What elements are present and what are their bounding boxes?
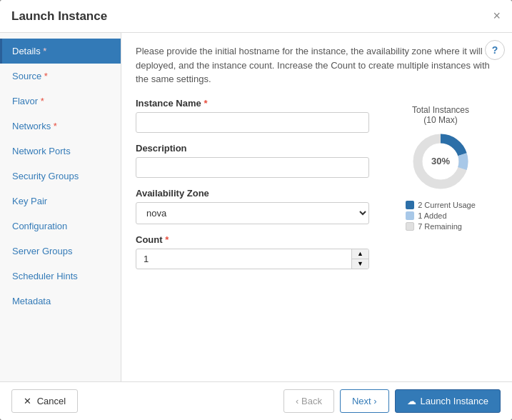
count-spinners: ▲ ▼	[351, 249, 368, 269]
count-label: Count *	[136, 234, 369, 245]
legend-dot-usage	[406, 201, 414, 209]
sidebar-label-source: Source	[12, 71, 44, 81]
availability-zone-select[interactable]: nova Any Availability Zone	[136, 202, 369, 224]
sidebar: Details * Source * Flavor * Networks * N…	[0, 33, 121, 381]
donut-svg: 30%	[408, 129, 473, 194]
sidebar-item-networks[interactable]: Networks *	[0, 114, 121, 139]
sidebar-item-details[interactable]: Details *	[0, 39, 121, 64]
sidebar-label-configuration: Configuration	[12, 221, 67, 231]
required-star-networks: *	[54, 121, 57, 131]
chart-title: Total Instances (10 Max)	[406, 105, 476, 125]
sidebar-item-server-groups[interactable]: Server Groups	[0, 239, 121, 264]
legend-item-added: 1 Added	[406, 211, 476, 220]
launch-button[interactable]: ☁ Launch Instance	[395, 389, 501, 413]
availability-zone-label: Availability Zone	[136, 188, 369, 199]
sidebar-label-security-groups: Security Groups	[12, 171, 79, 181]
description-group: Description	[136, 143, 369, 178]
form-column-left: Instance Name * Description Av	[136, 98, 369, 279]
instance-name-input[interactable]	[136, 112, 369, 133]
required-star-source: *	[44, 71, 48, 81]
legend-dot-remaining	[406, 222, 414, 231]
sidebar-item-configuration[interactable]: Configuration	[0, 214, 121, 239]
sidebar-label-network-ports: Network Ports	[12, 146, 71, 156]
sidebar-label-scheduler-hints: Scheduler Hints	[12, 271, 78, 281]
modal-title: Launch Instance	[11, 9, 107, 24]
sidebar-item-metadata[interactable]: Metadata	[0, 289, 121, 314]
required-star-count: *	[165, 234, 169, 245]
description-text: Please provide the initial hostname for …	[136, 44, 498, 86]
sidebar-item-network-ports[interactable]: Network Ports	[0, 139, 121, 164]
count-input[interactable]	[136, 249, 369, 269]
modal-body: Details * Source * Flavor * Networks * N…	[0, 33, 512, 381]
cancel-x-icon: ✕	[24, 396, 31, 406]
required-star-name: *	[204, 98, 207, 109]
svg-text:30%: 30%	[431, 156, 450, 166]
instance-name-group: Instance Name *	[136, 98, 369, 133]
sidebar-label-details: Details	[12, 46, 43, 56]
sidebar-item-source[interactable]: Source *	[0, 64, 121, 89]
sidebar-label-networks: Networks	[12, 121, 54, 131]
legend-item-usage: 2 Current Usage	[406, 201, 476, 209]
chart-legend: 2 Current Usage 1 Added 7 Remaining	[406, 201, 476, 231]
legend-label-added: 1 Added	[418, 211, 446, 220]
description-input[interactable]	[136, 157, 369, 178]
sidebar-label-metadata: Metadata	[12, 296, 51, 306]
count-decrement-button[interactable]: ▼	[351, 259, 368, 269]
footer-right: ‹ Back Next › ☁ Launch Instance	[283, 389, 501, 413]
count-increment-button[interactable]: ▲	[351, 249, 368, 259]
modal-overlay: Launch Instance × Details * Source * Fla…	[0, 0, 512, 420]
modal-footer: ✕ Cancel ‹ Back Next › ☁ Launch Instance	[0, 381, 512, 420]
back-button[interactable]: ‹ Back	[283, 389, 334, 413]
cancel-button[interactable]: ✕ Cancel	[11, 389, 78, 413]
form-column-right: Total Instances (10 Max) 30% 30% 2 Cur	[383, 98, 498, 279]
sidebar-label-flavor: Flavor	[12, 96, 41, 106]
next-button[interactable]: Next ›	[340, 389, 389, 413]
footer-left: ✕ Cancel	[11, 389, 78, 413]
sidebar-item-flavor[interactable]: Flavor *	[0, 89, 121, 114]
availability-zone-group: Availability Zone nova Any Availability …	[136, 188, 369, 224]
sidebar-item-key-pair[interactable]: Key Pair	[0, 189, 121, 214]
form-row: Instance Name * Description Av	[136, 98, 498, 279]
launch-instance-modal: Launch Instance × Details * Source * Fla…	[0, 0, 512, 420]
instance-name-label: Instance Name *	[136, 98, 369, 109]
close-button[interactable]: ×	[493, 9, 501, 24]
sidebar-item-security-groups[interactable]: Security Groups	[0, 164, 121, 189]
count-input-wrap: ▲ ▼	[136, 249, 369, 269]
sidebar-label-key-pair: Key Pair	[12, 196, 47, 206]
help-button[interactable]: ?	[485, 40, 505, 60]
required-star-flavor: *	[41, 96, 44, 106]
sidebar-label-server-groups: Server Groups	[12, 246, 73, 256]
donut-chart: 30% 30%	[408, 129, 473, 194]
main-content: ? Please provide the initial hostname fo…	[121, 33, 512, 381]
legend-dot-added	[406, 211, 414, 220]
description-label: Description	[136, 143, 369, 154]
sidebar-item-scheduler-hints[interactable]: Scheduler Hints	[0, 264, 121, 289]
count-group: Count * ▲ ▼	[136, 234, 369, 269]
chart-area: Total Instances (10 Max) 30% 30% 2 Cur	[406, 105, 476, 233]
legend-label-usage: 2 Current Usage	[418, 201, 476, 209]
legend-label-remaining: 7 Remaining	[418, 222, 462, 231]
required-star-details: *	[43, 46, 46, 56]
legend-item-remaining: 7 Remaining	[406, 222, 476, 231]
launch-icon: ☁	[407, 396, 416, 406]
modal-header: Launch Instance ×	[0, 0, 512, 33]
